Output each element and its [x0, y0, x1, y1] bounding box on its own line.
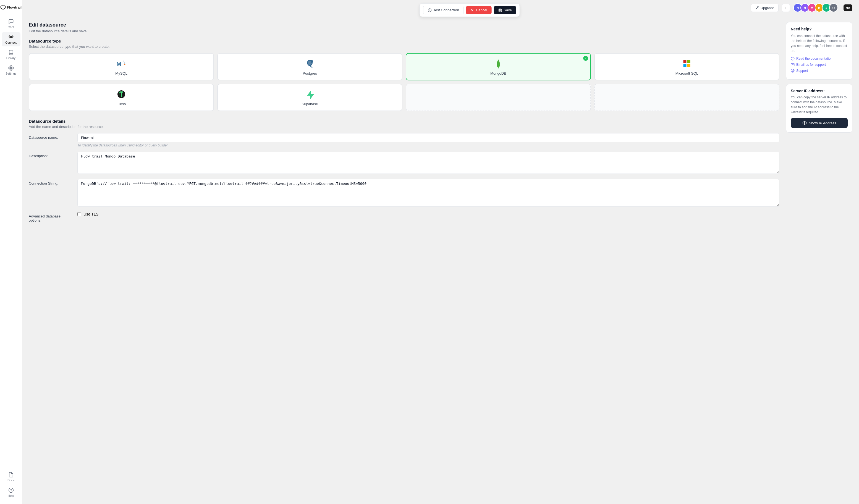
help-text: You can connect the datasource with the … — [791, 33, 848, 53]
avatar-group: H H M B J +3 — [793, 3, 838, 12]
datasource-mongodb[interactable]: ✓ MongoDB — [406, 53, 591, 80]
page-header: Edit datasource Edit the datasource deta… — [29, 22, 779, 33]
connection-string-row: Connection String: MongoDB's://flow trai… — [29, 179, 779, 208]
mssql-icon — [681, 58, 692, 69]
svg-line-25 — [792, 70, 792, 70]
svg-point-2 — [10, 67, 12, 69]
datasource-type-section: Datasource type Select the datasource ty… — [29, 39, 779, 111]
page-title: Edit datasource — [29, 22, 779, 28]
svg-marker-0 — [1, 5, 5, 10]
datasource-mysql[interactable]: M MySQL — [29, 53, 214, 80]
name-hint: To identify the datasources when using e… — [77, 143, 779, 147]
svg-line-28 — [792, 71, 792, 72]
description-field: Flow trail Mongo Database — [77, 152, 779, 174]
advanced-options-label: Advanced database options: — [29, 212, 73, 223]
svg-text:M: M — [117, 61, 122, 67]
svg-point-14 — [311, 60, 313, 63]
turso-icon — [116, 89, 127, 100]
use-tls-row: Use TLS — [77, 212, 779, 216]
svg-rect-18 — [683, 64, 687, 67]
mysql-icon: M — [116, 58, 127, 69]
support-link[interactable]: Support — [791, 69, 848, 73]
connection-string-label: Connection String: — [29, 179, 73, 185]
svg-point-11 — [124, 64, 125, 65]
description-label: Description: — [29, 152, 73, 158]
connection-string-input[interactable]: MongoDB's://flow trail: **********@flowt… — [77, 179, 779, 207]
details-title: Datasource details — [29, 119, 779, 123]
svg-point-29 — [804, 122, 805, 123]
help-title: Need help? — [791, 27, 848, 31]
add-button[interactable]: + — [782, 4, 790, 12]
ip-text: You can copy the server IP address to co… — [791, 95, 848, 115]
test-connection-button[interactable]: Test Connection — [423, 6, 464, 14]
sidebar-item-docs[interactable]: Docs — [2, 470, 20, 484]
svg-line-27 — [793, 70, 794, 70]
help-card: Need help? You can connect the datasourc… — [786, 22, 853, 80]
postgres-icon — [304, 58, 315, 69]
ip-section: Server IP address: You can copy the serv… — [786, 84, 853, 133]
doc-link[interactable]: Read the documentation — [791, 57, 848, 61]
use-tls-label: Use TLS — [84, 212, 99, 216]
name-input[interactable] — [77, 133, 779, 142]
datasource-supabase[interactable]: Supabase — [217, 84, 403, 111]
description-input[interactable]: Flow trail Mongo Database — [77, 152, 779, 174]
svg-line-6 — [755, 8, 756, 9]
main-content: Edit datasource Edit the datasource deta… — [22, 0, 859, 504]
sidebar-item-help[interactable]: Help — [2, 485, 20, 500]
cancel-button[interactable]: Cancel — [466, 6, 492, 14]
svg-line-5 — [757, 6, 758, 7]
sidebar-item-library[interactable]: Library — [2, 47, 20, 62]
details-subtitle: Add the name and description for the res… — [29, 125, 779, 129]
sidebar-item-connect[interactable]: Connect — [2, 32, 20, 46]
datasource-grid-row2: Turso Supabase — [29, 84, 779, 111]
email-link[interactable]: Email us for support — [791, 63, 848, 66]
name-row: Datasource name: To identify the datasou… — [29, 133, 779, 147]
description-row: Description: Flow trail Mongo Database — [29, 152, 779, 174]
selected-check: ✓ — [583, 56, 588, 61]
svg-point-1 — [10, 36, 12, 38]
action-bar: Test Connection Cancel Save — [420, 3, 520, 17]
datasource-empty-1 — [406, 84, 591, 111]
svg-rect-16 — [683, 60, 687, 63]
sidebar: Flowtrail Chat Connect Library Settings … — [0, 0, 22, 504]
datasource-postgres[interactable]: Postgres — [217, 53, 403, 80]
connection-string-field: MongoDB's://flow trail: **********@flowt… — [77, 179, 779, 208]
supabase-icon — [304, 89, 315, 100]
form-panel: Edit datasource Edit the datasource deta… — [29, 22, 779, 504]
datasource-microsoft-sql[interactable]: Microsoft SQL — [594, 53, 779, 80]
save-button[interactable]: Save — [494, 6, 516, 14]
name-label: Datasource name: — [29, 133, 73, 139]
svg-point-24 — [792, 70, 794, 72]
advanced-options-field: Use TLS — [77, 212, 779, 216]
datasource-grid-row1: M MySQL — [29, 53, 779, 80]
datasource-empty-2 — [594, 84, 779, 111]
show-ip-button[interactable]: Show IP Address — [791, 118, 848, 128]
app-logo: Flowtrail — [0, 4, 24, 10]
right-panel: Need help? You can connect the datasourc… — [786, 22, 853, 504]
sidebar-item-chat[interactable]: Chat — [2, 17, 20, 31]
datasource-type-subtitle: Select the datasource type that you want… — [29, 45, 779, 49]
user-initials[interactable]: HA — [844, 4, 853, 11]
use-tls-checkbox[interactable] — [77, 212, 81, 216]
datasource-type-title: Datasource type — [29, 39, 779, 43]
svg-rect-19 — [687, 64, 690, 67]
svg-line-26 — [793, 71, 794, 72]
name-field: To identify the datasources when using e… — [77, 133, 779, 147]
datasource-details-section: Datasource details Add the name and desc… — [29, 119, 779, 223]
upgrade-button[interactable]: Upgrade — [751, 4, 779, 12]
svg-rect-17 — [687, 60, 690, 63]
avatar-extra[interactable]: +3 — [829, 3, 838, 12]
mongodb-icon — [493, 58, 504, 69]
ip-title: Server IP address: — [791, 89, 848, 93]
page-subtitle: Edit the datasource details and save. — [29, 29, 779, 33]
datasource-turso[interactable]: Turso — [29, 84, 214, 111]
advanced-options-row: Advanced database options: Use TLS — [29, 212, 779, 223]
sidebar-item-settings[interactable]: Settings — [2, 63, 20, 77]
